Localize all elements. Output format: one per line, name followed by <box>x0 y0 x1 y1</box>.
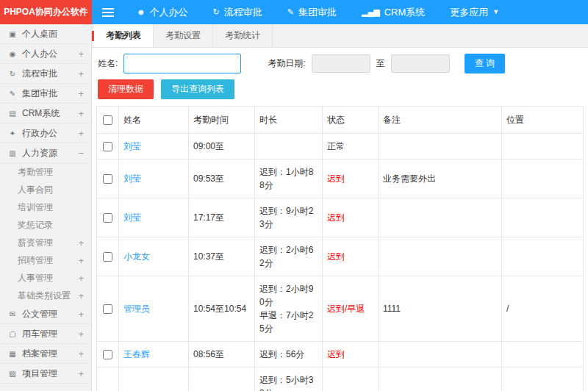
table-row: 刘莹 17:17至 迟到：9小时23分 迟到 <box>97 198 584 237</box>
column-header-note: 备注 <box>379 107 502 134</box>
attendance-time-cell: 10:54至10:54 <box>189 276 255 342</box>
row-checkbox[interactable] <box>103 142 112 151</box>
expand-toggle-icon[interactable]: + <box>76 237 84 248</box>
sidebar-item-label: 流程审批 <box>22 68 72 80</box>
row-checkbox[interactable] <box>103 213 112 223</box>
sidebar-item-label: 薪资管理 <box>18 237 72 249</box>
date-end-input[interactable] <box>391 54 450 73</box>
tab[interactable]: 考勤设置 <box>154 24 213 47</box>
sidebar-item[interactable]: ✎ 集团审批 + <box>0 84 91 104</box>
employee-name-link[interactable]: 刘莹 <box>123 141 141 151</box>
nav-item[interactable]: ▂▄▆ CRM系统 <box>349 0 437 24</box>
expand-toggle-icon[interactable]: − <box>76 148 84 159</box>
status-cell: 迟到/早退 <box>323 367 379 391</box>
sidebar-item[interactable]: 人事管理 + <box>0 269 91 287</box>
row-checkbox[interactable] <box>103 304 112 314</box>
sidebar-item[interactable]: 考勤管理 <box>0 163 91 181</box>
location-cell: / <box>502 276 584 342</box>
sidebar-item[interactable]: 基础类别设置 + <box>0 287 91 304</box>
sidebar-item-icon: ▧ <box>7 370 18 378</box>
export-list-button[interactable]: 导出查询列表 <box>161 79 234 99</box>
sidebar-item[interactable]: ↻ 流程审批 + <box>0 64 91 84</box>
nav-item-label: 更多应用 <box>450 6 488 19</box>
expand-toggle-icon[interactable]: + <box>76 88 84 99</box>
nav-item[interactable]: ↻ 流程审批 <box>201 0 275 24</box>
sidebar-item[interactable]: ▦ 档案管理 + <box>0 344 91 364</box>
sidebar-item[interactable]: ✦ 行政办公 + <box>0 123 91 143</box>
sidebar-item[interactable]: ▣ 个人桌面 <box>0 24 91 44</box>
app-window: PHPOA协同办公软件 ☻ 个人办公 ↻ 流程审批 ✎ 集团审批 <box>0 0 588 391</box>
expand-toggle-icon[interactable]: + <box>76 68 84 79</box>
status-cell: 迟到 <box>323 342 379 367</box>
expand-toggle-icon[interactable]: + <box>76 329 84 340</box>
table-row: 王春辉 08:56至 迟到：56分 迟到 <box>97 342 584 367</box>
expand-toggle-icon[interactable]: + <box>76 348 84 359</box>
hamburger-menu-icon[interactable] <box>92 0 124 24</box>
note-cell <box>379 198 502 237</box>
sidebar-item[interactable]: ▧ 项目管理 + <box>0 364 91 384</box>
employee-name-link[interactable]: 刘莹 <box>123 173 141 184</box>
sidebar-item[interactable]: 人事合同 <box>0 181 91 198</box>
expand-toggle-icon[interactable]: + <box>76 255 84 266</box>
location-cell: / <box>502 367 584 391</box>
attendance-time-cell: 08:56至 <box>189 342 255 367</box>
action-buttons: 清理数据 导出查询列表 <box>92 79 588 106</box>
duration-cell: 迟到：2小时90分 早退：7小时25分 <box>255 276 323 342</box>
sidebar-item-label: 考勤管理 <box>18 166 72 179</box>
nav-item[interactable]: ✎ 集团审批 <box>275 0 349 24</box>
row-checkbox[interactable] <box>103 174 112 184</box>
expand-toggle-icon[interactable]: + <box>76 290 84 301</box>
sidebar-item-label: 项目管理 <box>22 367 72 380</box>
duration-cell: 迟到：1小时88分 <box>255 159 323 198</box>
employee-name-link[interactable]: 小龙女 <box>123 251 150 262</box>
status-cell: 迟到/早退 <box>323 276 379 342</box>
sidebar-item[interactable]: ✉ 公文管理 + <box>0 304 91 324</box>
employee-name-link[interactable]: 刘莹 <box>123 212 141 223</box>
nav-item[interactable]: 更多应用 ▼ <box>437 0 512 24</box>
sidebar-item-label: 档案管理 <box>22 348 72 360</box>
select-all-checkbox[interactable] <box>103 115 112 125</box>
tab-label: 考勤列表 <box>106 29 141 42</box>
expand-toggle-icon[interactable]: + <box>76 108 84 119</box>
expand-toggle-icon[interactable]: + <box>76 128 84 139</box>
tab[interactable]: 考勤列表 <box>94 24 154 47</box>
date-start-input[interactable] <box>312 54 370 73</box>
clean-data-button[interactable]: 清理数据 <box>98 79 154 99</box>
note-cell: 业务需要外出 <box>379 159 502 198</box>
row-checkbox[interactable] <box>103 252 112 262</box>
table-header-row: 姓名 考勤时间 时长 状态 备注 位置 <box>97 107 584 134</box>
table-row: 黄莺 13:20至13:20 迟到：5小时33分 早退：4小时67分 迟到/早退… <box>97 367 584 391</box>
note-cell <box>379 237 502 276</box>
sidebar-item-label: 个人桌面 <box>22 28 72 40</box>
sidebar-item-icon: ▣ <box>7 30 18 38</box>
caret-down-icon: ▼ <box>492 9 499 15</box>
sidebar-item-icon: ▤ <box>7 110 18 118</box>
expand-toggle-icon[interactable]: + <box>76 368 84 379</box>
sidebar-item-label: 人力资源 <box>22 147 72 159</box>
sidebar-item[interactable]: ▥ 人力资源 − <box>0 143 91 163</box>
sidebar-item[interactable]: 招聘管理 + <box>0 251 91 269</box>
expand-toggle-icon[interactable]: + <box>76 309 84 320</box>
tab-label: 考勤统计 <box>225 29 260 42</box>
search-button[interactable]: 查 询 <box>465 54 505 73</box>
sidebar-item[interactable]: 薪资管理 + <box>0 234 91 251</box>
tab[interactable]: 考勤统计 <box>213 24 273 47</box>
nav-item-label: CRM系统 <box>384 6 426 19</box>
nav-item-icon: ✎ <box>287 8 294 16</box>
nav-item-label: 个人办公 <box>150 6 188 19</box>
note-cell <box>379 367 502 391</box>
name-input[interactable] <box>123 54 241 73</box>
sidebar-item[interactable]: 培训管理 <box>0 198 91 216</box>
expand-toggle-icon[interactable]: + <box>76 49 84 60</box>
row-checkbox[interactable] <box>103 350 112 359</box>
to-label: 至 <box>376 57 385 70</box>
nav-item[interactable]: ☻ 个人办公 <box>124 0 201 24</box>
sidebar-item[interactable]: ◉ 个人办公 + <box>0 44 91 64</box>
expand-toggle-icon[interactable]: + <box>76 273 84 284</box>
sidebar-item[interactable]: 奖惩记录 <box>0 216 91 234</box>
sidebar-item[interactable]: ▤ CRM系统 + <box>0 104 91 123</box>
employee-name-link[interactable]: 王春辉 <box>123 349 150 359</box>
employee-name-link[interactable]: 管理员 <box>123 304 150 314</box>
note-cell <box>379 134 502 159</box>
sidebar-item[interactable]: ▢ 用车管理 + <box>0 324 91 344</box>
